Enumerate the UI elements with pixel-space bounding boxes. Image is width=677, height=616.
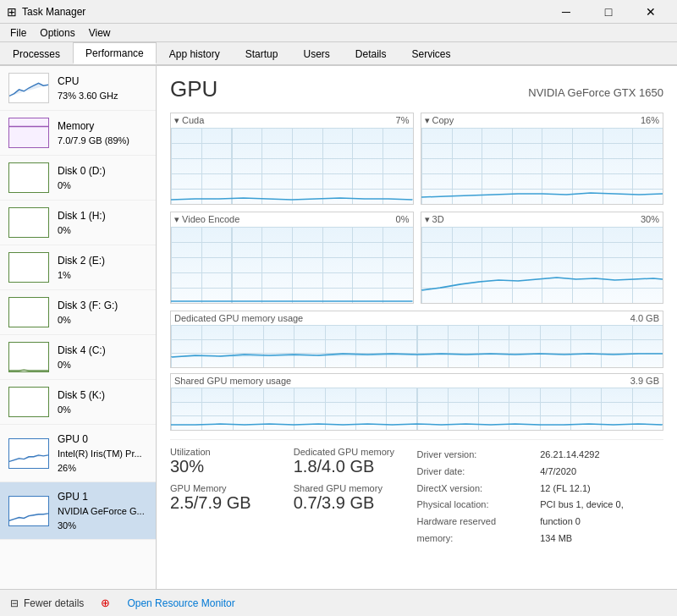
gpu-model: NVIDIA GeForce GTX 1650: [528, 86, 663, 99]
disk2-stats: 1%: [58, 268, 105, 283]
chart-shared-mem-label: Shared GPU memory usage 3.9 GB: [171, 374, 663, 388]
tab-users[interactable]: Users: [290, 42, 342, 64]
tab-app-history[interactable]: App history: [157, 42, 233, 64]
chart-copy-label: ▾ Copy 16%: [421, 113, 663, 128]
disk1-label: Disk 1 (H:): [58, 208, 106, 223]
sidebar-item-disk4[interactable]: Disk 4 (C:) 0%: [0, 335, 156, 380]
gpu-header: GPU NVIDIA GeForce GTX 1650: [170, 76, 663, 102]
chart-shared-mem-canvas: [171, 388, 663, 430]
stat-dedicated-mem: Dedicated GPU memory 1.8/4.0 GB Shared G…: [294, 447, 417, 547]
sidebar-item-memory[interactable]: Memory 7.0/7.9 GB (89%): [0, 111, 156, 156]
open-resource-monitor-link[interactable]: Open Resource Monitor: [127, 597, 234, 609]
gpu0-info: GPU 0 Intel(R) Iris(TM) Pr... 26%: [58, 432, 142, 475]
disk1-info: Disk 1 (H:) 0%: [58, 208, 106, 238]
fewer-details-button[interactable]: ⊟ Fewer details: [10, 597, 84, 609]
fewer-details-label: Fewer details: [24, 597, 84, 609]
sidebar-item-gpu1[interactable]: GPU 1 NVIDIA GeForce G... 30%: [0, 482, 156, 540]
app-icon: ⊞: [7, 5, 17, 19]
disk4-mini-graph: [8, 342, 49, 372]
driver-date-label: Driver date:: [417, 464, 534, 481]
chart-copy-value: 16%: [641, 115, 659, 126]
disk5-stats: 0%: [58, 403, 105, 417]
disk3-mini-graph: [8, 297, 49, 327]
disk4-stats: 0%: [58, 358, 106, 372]
gpu1-stats: 30%: [58, 519, 145, 533]
chart-cuda: ▾ Cuda 7%: [170, 113, 414, 205]
chart-shared-mem-value: 3.9 GB: [630, 376, 659, 386]
chart-dedicated-mem-value: 4.0 GB: [630, 313, 659, 323]
stat-dedicated-mem-value: 1.8/4.0 GB: [294, 457, 410, 476]
chart-dedicated-mem-label: Dedicated GPU memory usage 4.0 GB: [171, 311, 663, 325]
tab-startup[interactable]: Startup: [233, 42, 291, 64]
cpu-stats: 73% 3.60 GHz: [58, 89, 118, 103]
fewer-details-icon: ⊟: [10, 597, 19, 609]
driver-version-label: Driver version:: [417, 447, 534, 464]
stat-utilization-value: 30%: [170, 457, 287, 476]
window-controls: ─ □ ✕: [547, 3, 670, 20]
mem-stats: 7.0/7.9 GB (89%): [58, 134, 129, 148]
sidebar-item-disk1[interactable]: Disk 1 (H:) 0%: [0, 201, 156, 245]
sidebar-item-gpu0[interactable]: GPU 0 Intel(R) Iris(TM) Pr... 26%: [0, 425, 156, 482]
disk2-label: Disk 2 (E:): [58, 253, 105, 268]
restore-button[interactable]: □: [589, 3, 628, 20]
sidebar-item-cpu[interactable]: CPU 73% 3.60 GHz: [0, 66, 156, 111]
gpu1-info: GPU 1 NVIDIA GeForce G... 30%: [58, 489, 145, 532]
disk1-stats: 0%: [58, 223, 106, 238]
driver-info-col1: Driver version: Driver date: DirectX ver…: [417, 447, 541, 547]
gpu1-label: GPU 1: [58, 489, 145, 504]
menu-file[interactable]: File: [3, 25, 33, 40]
cpu-mini-graph: [8, 73, 49, 103]
chart-cuda-value: 7%: [396, 115, 410, 126]
close-button[interactable]: ✕: [631, 3, 670, 20]
chart-3d-value: 30%: [641, 214, 659, 225]
app-title: Task Manager: [22, 6, 547, 18]
chart-cuda-label: ▾ Cuda 7%: [171, 113, 413, 128]
disk0-info: Disk 0 (D:) 0%: [58, 163, 106, 193]
stat-dedicated-mem-label: Dedicated GPU memory: [294, 447, 410, 457]
menu-options[interactable]: Options: [33, 25, 81, 40]
tab-details[interactable]: Details: [343, 42, 399, 64]
driver-info-col2: 26.21.14.4292 4/7/2020 12 (FL 12.1) PCI …: [540, 447, 663, 547]
chart-dedicated-mem: Dedicated GPU memory usage 4.0 GB: [170, 311, 663, 368]
gpu0-label: GPU 0: [58, 432, 142, 447]
disk1-mini-graph: [8, 207, 49, 238]
sidebar-item-disk5[interactable]: Disk 5 (K:) 0%: [0, 380, 156, 425]
tab-services[interactable]: Services: [399, 42, 464, 64]
mem-mini-graph: [8, 118, 49, 148]
stats-row: Utilization 30% GPU Memory 2.5/7.9 GB De…: [170, 439, 663, 547]
content-area: GPU NVIDIA GeForce GTX 1650 ▾ Cuda 7%: [157, 66, 677, 589]
chart-3d-canvas: [421, 227, 663, 303]
disk4-info: Disk 4 (C:) 0%: [58, 343, 106, 372]
sidebar: CPU 73% 3.60 GHz Memory 7.0/7.9 GB (89%): [0, 66, 157, 589]
directx-value: 12 (FL 12.1): [540, 481, 657, 498]
bottom-bar: ⊟ Fewer details ⊕ Open Resource Monitor: [0, 589, 677, 616]
disk2-mini-graph: [8, 252, 49, 283]
disk3-label: Disk 3 (F: G:): [58, 298, 118, 313]
title-bar: ⊞ Task Manager ─ □ ✕: [0, 0, 677, 24]
resource-monitor-icon: ⊕: [101, 597, 110, 609]
disk0-mini-graph: [8, 162, 49, 193]
disk3-info: Disk 3 (F: G:) 0%: [58, 298, 118, 327]
stat-utilization-label: Utilization: [170, 447, 287, 457]
chart-video-encode: ▾ Video Encode 0%: [170, 212, 414, 304]
stat-gpu-memory-value: 2.5/7.9 GB: [170, 493, 287, 513]
physical-location-value: PCI bus 1, device 0, function 0: [540, 497, 657, 531]
svg-rect-0: [9, 118, 48, 147]
chart-copy: ▾ Copy 16%: [421, 113, 664, 205]
mem-info: Memory 7.0/7.9 GB (89%): [58, 118, 129, 148]
tab-processes[interactable]: Processes: [0, 42, 73, 64]
disk3-stats: 0%: [58, 313, 118, 327]
chart-cuda-canvas: [171, 128, 413, 204]
hw-reserved-label: Hardware reserved memory:: [417, 514, 534, 547]
stat-shared-mem-value: 0.7/3.9 GB: [294, 493, 410, 513]
main-layout: CPU 73% 3.60 GHz Memory 7.0/7.9 GB (89%): [0, 66, 677, 589]
menu-view[interactable]: View: [82, 25, 118, 40]
sidebar-item-disk3[interactable]: Disk 3 (F: G:) 0%: [0, 290, 156, 335]
minimize-button[interactable]: ─: [547, 3, 586, 20]
sidebar-item-disk2[interactable]: Disk 2 (E:) 1%: [0, 245, 156, 290]
cpu-label: CPU: [58, 74, 118, 89]
tab-performance[interactable]: Performance: [73, 42, 157, 64]
chart-3d: ▾ 3D 30%: [421, 212, 664, 304]
sidebar-item-disk0[interactable]: Disk 0 (D:) 0%: [0, 156, 156, 201]
gpu1-sub1: NVIDIA GeForce G...: [58, 504, 145, 519]
